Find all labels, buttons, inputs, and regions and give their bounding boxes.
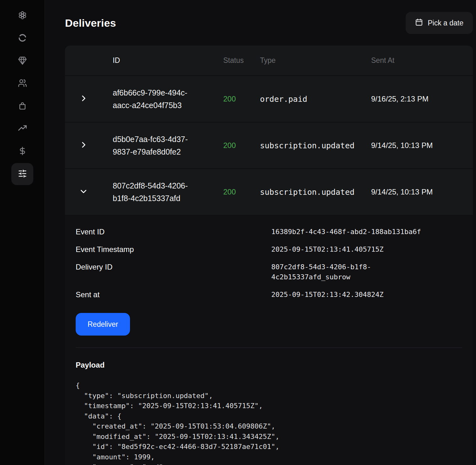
sent-at-cell: 9/16/25, 2:13 PM [371, 95, 473, 103]
detail-field-label: Event Timestamp [76, 244, 271, 254]
sidebar-item-finance[interactable] [11, 140, 33, 162]
detail-field-value: 16389b2f-4c43-468f-abd2-188ab131ba6f [271, 227, 435, 237]
column-header-id: ID [113, 56, 223, 65]
detail-field-value: 2025-09-15T02:13:42.304824Z [271, 290, 435, 300]
collapse-row-button[interactable] [65, 187, 113, 197]
detail-field-event-id: Event ID 16389b2f-4c43-468f-abd2-188ab13… [76, 223, 462, 241]
event-type-cell: subscription.updated [260, 141, 371, 150]
page-header: Deliveries Pick a date [65, 12, 473, 34]
detail-field-value: 807c2df8-54d3-4206-b1f8-4c2b15337afd_sub… [271, 262, 435, 282]
status-code-cell: 200 [223, 141, 260, 150]
table-row[interactable]: d5b0e7aa-fc63-4d37-9837-e79afe8d0fe2 200… [65, 122, 473, 168]
sidebar-item-analytics[interactable] [11, 118, 33, 140]
chevron-right-icon [79, 141, 88, 150]
users-icon [18, 79, 27, 89]
event-type-cell: order.paid [260, 95, 371, 104]
sidebar [0, 0, 45, 465]
detail-field-sent-at: Sent at 2025-09-15T02:13:42.304824Z [76, 286, 462, 304]
status-code-cell: 200 [223, 95, 260, 103]
pick-date-button[interactable]: Pick a date [406, 12, 473, 34]
expand-row-button[interactable] [65, 141, 113, 150]
main-content: Deliveries Pick a date ID Status Type [45, 0, 476, 465]
dollar-icon [18, 146, 27, 157]
status-code-cell: 200 [223, 188, 260, 196]
sidebar-item-products[interactable] [11, 50, 33, 72]
detail-field-label: Event ID [76, 227, 271, 237]
sent-at-cell: 9/14/25, 10:13 PM [371, 141, 473, 150]
delivery-id-cell: af6b66c9-799e-494c-aacc-a24ce04f75b3 [113, 86, 223, 112]
redeliver-button[interactable]: Redeliver [76, 313, 130, 336]
detail-field-label: Sent at [76, 290, 271, 300]
gem-icon [18, 56, 27, 66]
payload-json-block: { "type": "subscription.updated", "times… [76, 380, 462, 465]
open-circle-icon [18, 33, 27, 44]
sidebar-item-sales[interactable] [11, 95, 33, 117]
detail-field-event-timestamp: Event Timestamp 2025-09-15T02:13:41.4057… [76, 241, 462, 258]
section-divider [76, 347, 462, 348]
sidebar-item-org[interactable] [11, 5, 33, 27]
delivery-id-cell: 807c2df8-54d3-4206-b1f8-4c2b15337afd [113, 179, 223, 205]
circles-cluster-icon [18, 11, 27, 21]
event-type-cell: subscription.updated [260, 188, 371, 197]
calendar-icon [415, 18, 423, 28]
column-header-type: Type [260, 56, 371, 65]
column-header-sent-at: Sent At [371, 56, 473, 65]
sent-at-cell: 9/14/25, 10:13 PM [371, 188, 473, 196]
shopping-bag-icon [18, 101, 27, 112]
delivery-detail-panel: Event ID 16389b2f-4c43-468f-abd2-188ab13… [65, 215, 473, 465]
detail-field-delivery-id: Delivery ID 807c2df8-54d3-4206-b1f8-4c2b… [76, 258, 462, 286]
sidebar-item-home[interactable] [11, 27, 33, 49]
column-header-status: Status [223, 56, 260, 65]
payload-heading: Payload [76, 361, 462, 369]
table-row[interactable]: af6b66c9-799e-494c-aacc-a24ce04f75b3 200… [65, 75, 473, 122]
sidebar-item-settings[interactable] [11, 163, 33, 185]
detail-field-label: Delivery ID [76, 262, 271, 272]
delivery-id-cell: d5b0e7aa-fc63-4d37-9837-e79afe8d0fe2 [113, 133, 223, 158]
app-root: Deliveries Pick a date ID Status Type [0, 0, 476, 465]
chevron-down-icon [79, 187, 88, 197]
deliveries-table: ID Status Type Sent At af6b66c9-799e-494… [65, 46, 473, 465]
sliders-icon [18, 169, 27, 179]
pick-date-label: Pick a date [428, 19, 463, 27]
chevron-right-icon [79, 94, 88, 104]
detail-field-value: 2025-09-15T02:13:41.405715Z [271, 244, 435, 254]
table-row-expanded[interactable]: 807c2df8-54d3-4206-b1f8-4c2b15337afd 200… [65, 168, 473, 215]
trending-up-icon [18, 124, 27, 134]
sidebar-item-customers[interactable] [11, 73, 33, 95]
expand-row-button[interactable] [65, 94, 113, 104]
table-header-row: ID Status Type Sent At [65, 46, 473, 75]
page-title: Deliveries [65, 17, 116, 29]
